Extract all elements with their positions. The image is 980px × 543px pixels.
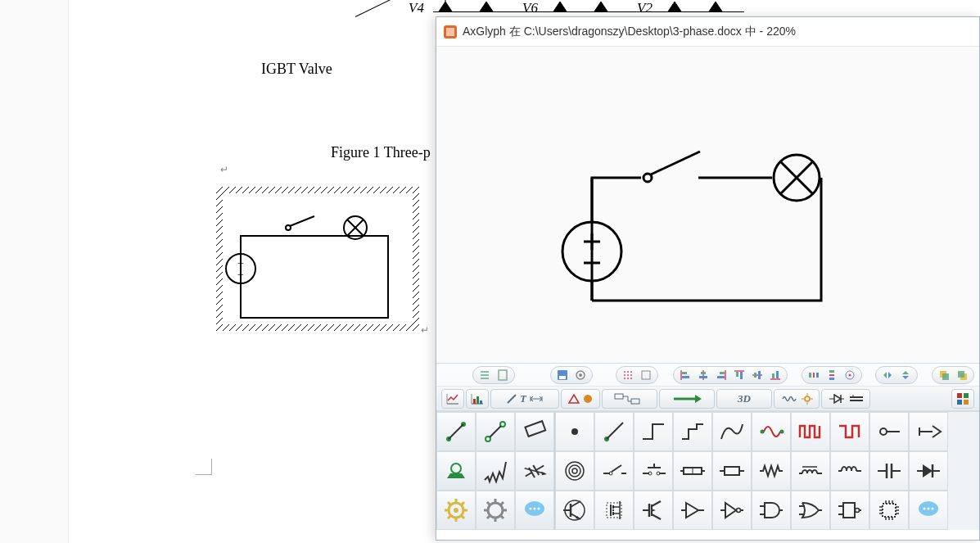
svg-line-130 [501,516,504,518]
sym-step2[interactable] [673,412,712,451]
sym-gear-gray[interactable] [476,491,515,530]
title-bar[interactable]: AxGlyph 在 C:\Users\dragonszy\Desktop\3-p… [436,17,979,47]
sym-coil-spiral[interactable] [555,451,594,491]
align-center-h-icon[interactable] [695,368,711,382]
cat-mechanical[interactable] [774,389,820,409]
sym-switch-pushbutton[interactable] [634,451,673,491]
sym-wire-green[interactable] [594,412,634,451]
sym-box[interactable] [712,451,752,491]
svg-rect-70 [829,378,834,380]
cat-chart-bar[interactable] [466,389,489,409]
svg-point-102 [461,422,466,427]
sym-bus[interactable] [673,451,712,491]
align-right-icon[interactable] [713,368,729,382]
svg-rect-60 [754,373,756,378]
sym-fet-2[interactable] [634,491,673,530]
page-corner-mark [196,459,212,475]
gear-icon[interactable] [572,368,589,382]
svg-line-195 [652,514,661,519]
sym-inductor-1[interactable] [791,451,830,491]
grid-icon[interactable] [620,368,636,382]
spring-icon [781,393,799,405]
svg-point-86 [805,396,810,401]
sym-nand-gate[interactable] [830,491,869,530]
cat-draw-tools[interactable]: T [490,389,559,409]
sym-switch-open[interactable] [594,451,634,491]
svg-point-141 [780,430,784,434]
sym-mount[interactable] [436,451,476,491]
doc-left-margin [0,0,69,543]
svg-rect-52 [699,376,707,378]
cat-circuit[interactable] [821,389,870,409]
svg-point-124 [488,503,503,518]
cat-shapes[interactable] [561,389,600,409]
distribute-ops-group [802,366,862,384]
sym-resistor[interactable] [752,451,791,491]
sym-step1[interactable] [634,412,673,451]
flip-v-icon[interactable] [897,368,914,382]
svg-point-228 [932,508,934,510]
svg-line-131 [487,516,490,518]
svg-rect-32 [499,370,507,380]
sym-chip[interactable] [869,491,909,530]
circuit-drawing[interactable] [559,129,854,342]
bring-front-icon[interactable] [936,368,952,382]
sym-bjt[interactable] [555,491,594,530]
sym-ground-arrow[interactable] [909,412,948,451]
sym-and-gate[interactable] [752,491,791,530]
align-left-icon[interactable] [677,368,693,382]
sym-chat-bubble[interactable] [515,491,554,530]
sym-pulse-red[interactable] [791,412,830,451]
svg-line-139 [607,423,623,439]
sym-inverter[interactable] [712,491,752,530]
sym-node-dot[interactable] [555,412,594,451]
sym-chat-bubble-2[interactable] [909,491,948,530]
sym-square-red[interactable] [830,412,869,451]
svg-point-150 [609,472,612,475]
snap-icon[interactable] [638,368,654,382]
sym-curve[interactable] [712,412,752,451]
sym-sine-red[interactable] [752,412,791,451]
sym-inductor-2[interactable] [830,451,869,491]
cat-3d[interactable]: 3D [716,389,772,409]
sym-capacitor[interactable] [869,451,909,491]
page-icon[interactable] [495,368,511,382]
svg-point-146 [566,462,584,480]
drawing-canvas[interactable] [436,47,979,363]
cat-chart-line[interactable] [441,389,464,409]
align-center-v-icon[interactable] [749,368,765,382]
sym-line-closed[interactable] [436,412,476,451]
triangle-icon [568,393,580,405]
flip-h-icon[interactable] [879,368,896,382]
axglyph-window: AxGlyph 在 C:\Users\dragonszy\Desktop\3-p… [436,16,980,541]
cat-palette[interactable] [951,389,974,409]
sym-resistor-zigzag[interactable] [476,451,515,491]
sym-buffer[interactable] [673,491,712,530]
sym-capacitor-tilt[interactable] [515,451,554,491]
sym-fet-1[interactable] [594,491,634,530]
cat-flow[interactable] [602,389,657,409]
sym-or-gate[interactable] [791,491,830,530]
svg-rect-61 [758,371,761,379]
sym-diode[interactable] [909,451,948,491]
sym-line-open[interactable] [476,412,515,451]
save-icon[interactable] [554,368,571,382]
svg-line-121 [448,516,450,518]
resize-icon [529,393,544,405]
svg-point-44 [627,378,629,379]
svg-line-80 [508,395,516,403]
sym-gear-yellow[interactable] [436,491,476,530]
svg-point-38 [627,371,629,373]
send-back-icon[interactable] [954,368,970,382]
embedded-object-selected[interactable]: + − [216,187,419,331]
sym-rect-tilt[interactable] [515,412,554,451]
align-top-icon[interactable] [731,368,747,382]
center-target-icon[interactable] [842,368,858,382]
sym-node-open[interactable] [869,412,909,451]
distribute-h-icon[interactable] [806,368,822,382]
svg-rect-55 [717,376,725,378]
distribute-v-icon[interactable] [824,368,840,382]
list-icon[interactable] [476,368,493,382]
cat-arrow[interactable] [659,389,715,409]
align-bottom-icon[interactable] [767,368,784,382]
